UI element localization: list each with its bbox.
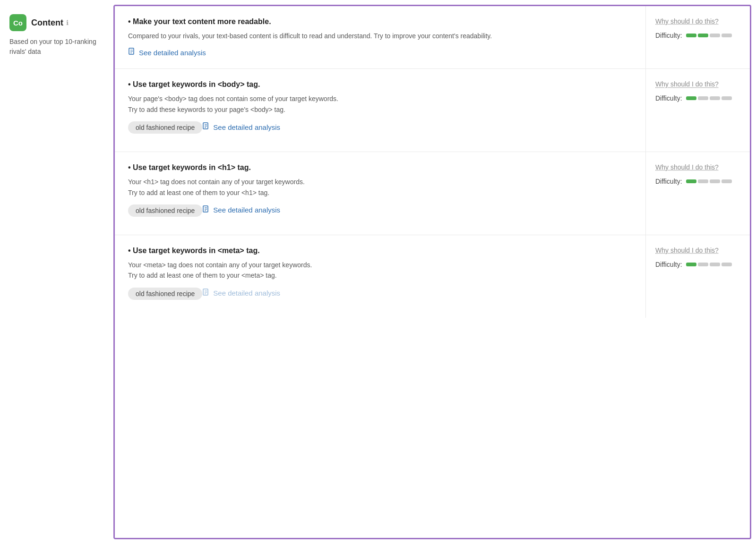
diff-seg-0	[686, 263, 696, 266]
why-link-meta-tag[interactable]: Why should I do this?	[655, 246, 740, 254]
info-icon[interactable]: ℹ	[66, 19, 69, 26]
see-analysis-link-readability[interactable]: See detailed analysis	[128, 48, 206, 57]
see-analysis-text: See detailed analysis	[213, 206, 280, 214]
difficulty-label-h1-tag: Difficulty:	[655, 178, 682, 185]
recommendation-row: Use target keywords in <meta> tag.Your <…	[115, 235, 750, 318]
sidebar-title-row: Content ℹ	[31, 18, 69, 28]
see-analysis-text: See detailed analysis	[213, 289, 280, 297]
see-analysis-link-h1-tag[interactable]: See detailed analysis	[202, 205, 280, 215]
diff-seg-0	[686, 34, 696, 37]
diff-seg-1	[698, 179, 708, 183]
diff-seg-0	[686, 96, 696, 100]
doc-icon	[202, 122, 210, 132]
difficulty-row-body-tag: Difficulty:	[655, 94, 740, 102]
doc-icon	[202, 289, 210, 298]
why-link-readability[interactable]: Why should I do this?	[655, 17, 740, 25]
difficulty-row-meta-tag: Difficulty:	[655, 261, 740, 268]
doc-icon	[202, 205, 210, 215]
rec-desc-h1-tag: Your <h1> tag does not contain any of yo…	[128, 177, 632, 198]
rec-side-readability: Why should I do this?Difficulty:	[646, 6, 750, 68]
rec-side-h1-tag: Why should I do this?Difficulty:	[646, 152, 750, 235]
difficulty-bar-h1-tag	[686, 179, 732, 183]
keyword-tag-body-tag: old fashioned recipe	[128, 121, 202, 134]
diff-seg-1	[698, 96, 708, 100]
sidebar-description: Based on your top 10-ranking rivals' dat…	[9, 37, 99, 57]
see-analysis-text: See detailed analysis	[139, 49, 206, 57]
rec-body-meta-tag: Use target keywords in <meta> tag.Your <…	[115, 235, 646, 318]
recommendation-row: Use target keywords in <body> tag.Your p…	[115, 69, 750, 152]
recommendation-row: Make your text content more readable.Com…	[115, 6, 750, 69]
diff-seg-0	[686, 179, 696, 183]
rec-desc-readability: Compared to your rivals, your text-based…	[128, 31, 632, 41]
diff-seg-2	[710, 34, 720, 37]
page-wrapper: Co Content ℹ Based on your top 10-rankin…	[0, 0, 756, 544]
diff-seg-3	[722, 34, 732, 37]
diff-seg-3	[722, 263, 732, 266]
sidebar-header: Co Content ℹ	[9, 14, 99, 31]
diff-seg-3	[722, 179, 732, 183]
rec-title-readability: Make your text content more readable.	[128, 17, 632, 26]
diff-seg-2	[710, 96, 720, 100]
keyword-tag-meta-tag: old fashioned recipe	[128, 288, 202, 300]
doc-icon	[128, 48, 136, 57]
rec-body-body-tag: Use target keywords in <body> tag.Your p…	[115, 69, 646, 152]
diff-seg-2	[710, 179, 720, 183]
recommendation-row: Use target keywords in <h1> tag.Your <h1…	[115, 152, 750, 235]
why-link-body-tag[interactable]: Why should I do this?	[655, 80, 740, 88]
sidebar: Co Content ℹ Based on your top 10-rankin…	[0, 0, 109, 544]
sidebar-title: Content	[31, 18, 63, 28]
diff-seg-2	[710, 263, 720, 266]
difficulty-row-h1-tag: Difficulty:	[655, 178, 740, 185]
rec-side-meta-tag: Why should I do this?Difficulty:	[646, 235, 750, 318]
rec-desc-meta-tag: Your <meta> tag does not contain any of …	[128, 260, 632, 281]
rec-title-h1-tag: Use target keywords in <h1> tag.	[128, 163, 632, 172]
rec-side-body-tag: Why should I do this?Difficulty:	[646, 69, 750, 152]
difficulty-label-meta-tag: Difficulty:	[655, 261, 682, 268]
difficulty-row-readability: Difficulty:	[655, 32, 740, 39]
why-link-h1-tag[interactable]: Why should I do this?	[655, 163, 740, 171]
rec-desc-body-tag: Your page's <body> tag does not contain …	[128, 94, 632, 115]
co-logo: Co	[9, 14, 26, 31]
difficulty-label-readability: Difficulty:	[655, 32, 682, 39]
rec-title-meta-tag: Use target keywords in <meta> tag.	[128, 246, 632, 255]
difficulty-bar-body-tag	[686, 96, 732, 100]
main-content: Make your text content more readable.Com…	[113, 5, 751, 539]
rec-title-body-tag: Use target keywords in <body> tag.	[128, 80, 632, 89]
rec-body-h1-tag: Use target keywords in <h1> tag.Your <h1…	[115, 152, 646, 235]
diff-seg-3	[722, 96, 732, 100]
see-analysis-link-body-tag[interactable]: See detailed analysis	[202, 122, 280, 132]
see-analysis-text: See detailed analysis	[213, 123, 280, 131]
rec-body-readability: Make your text content more readable.Com…	[115, 6, 646, 68]
diff-seg-1	[698, 34, 708, 37]
difficulty-label-body-tag: Difficulty:	[655, 94, 682, 102]
diff-seg-1	[698, 263, 708, 266]
difficulty-bar-readability	[686, 34, 732, 37]
keyword-tag-h1-tag: old fashioned recipe	[128, 204, 202, 217]
difficulty-bar-meta-tag	[686, 263, 732, 266]
see-analysis-link-meta-tag[interactable]: See detailed analysis	[202, 289, 280, 298]
